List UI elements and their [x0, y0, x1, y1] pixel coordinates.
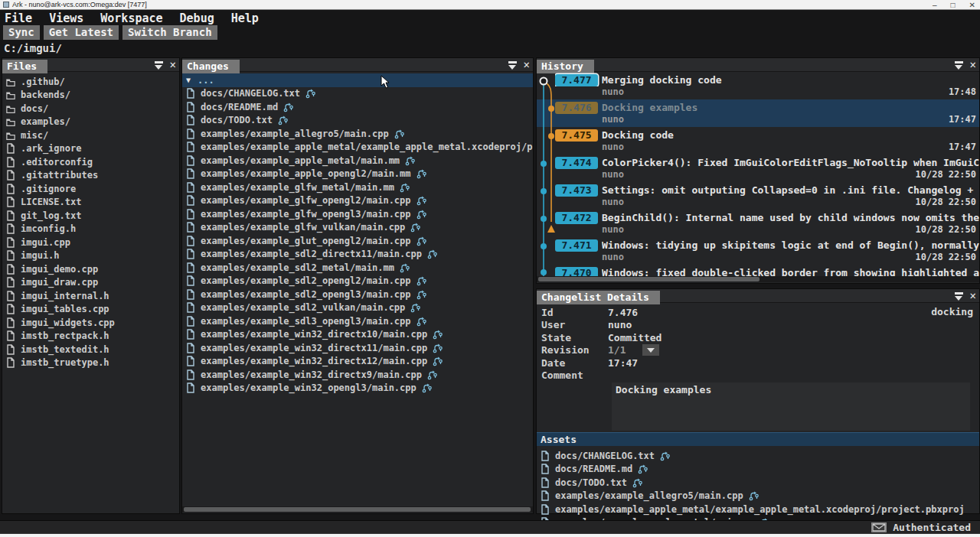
file-list-item[interactable]: imconfig.h [2, 223, 179, 236]
menu-item-help[interactable]: Help [231, 11, 259, 25]
change-list-item[interactable]: examples/example_allegro5/main.cpp [182, 127, 533, 141]
change-list-item[interactable]: examples/example_sdl2_opengl3/main.cpp [182, 288, 533, 301]
files-tab[interactable]: Files [2, 60, 47, 73]
change-list-item[interactable]: examples/example_win32_directx10/main.cp… [182, 328, 533, 342]
switch-branch-button[interactable]: Switch Branch [122, 25, 217, 40]
change-list-item[interactable]: examples/example_sdl2_directx11/main.cpp [182, 248, 533, 262]
file-name: backends/ [21, 90, 70, 100]
merge-icon [433, 329, 443, 340]
change-path: examples/example_apple_metal/example_app… [201, 142, 532, 152]
file-list-item[interactable]: backends/ [2, 89, 179, 103]
filter-icon[interactable] [154, 60, 164, 70]
close-button[interactable]: ✕ [969, 0, 975, 10]
file-list-item[interactable]: imgui_tables.cpp [2, 303, 179, 317]
merge-icon [427, 249, 437, 259]
change-path: examples/example_win32_directx12/main.cp… [201, 356, 427, 366]
file-list-item[interactable]: imgui_draw.cpp [2, 276, 179, 290]
minimize-button[interactable]: – [933, 0, 937, 10]
change-list-item[interactable]: examples/example_glfw_opengl3/main.cpp [182, 207, 533, 221]
history-row[interactable]: 7.476 Docking examples nuno 17:47 [537, 99, 979, 127]
change-path: examples/example_sdl2_opengl3/main.cpp [201, 289, 411, 300]
file-list-item[interactable]: imstb_truetype.h [2, 356, 179, 370]
file-list-item[interactable]: imgui_demo.cpp [2, 262, 179, 276]
details-field-row: Revision 1/1 [537, 344, 979, 357]
change-list-item[interactable]: examples/example_win32_directx12/main.cp… [182, 355, 533, 369]
file-list-item[interactable]: git_log.txt [2, 209, 179, 223]
close-panel-icon[interactable]: ✕ [970, 291, 976, 301]
change-list-item[interactable]: examples/example_sdl2_vulkan/main.cpp [182, 301, 533, 315]
file-list-item[interactable]: imstb_textedit.h [2, 343, 179, 356]
menu-item-file[interactable]: File [5, 11, 32, 25]
file-list-item[interactable]: imgui.h [2, 249, 179, 263]
change-path: docs/README.md [201, 102, 278, 112]
change-list-item[interactable]: examples/example_apple_metal/main.mm [182, 154, 533, 168]
history-row[interactable]: 7.473 Settings: omit outputing Collapsed… [537, 182, 979, 210]
history-row[interactable]: 7.470 Windows: fixed double-clicked bord… [537, 265, 979, 277]
expand-triangle-icon[interactable]: ▼ [186, 76, 191, 84]
change-list-item[interactable]: docs/CHANGELOG.txt [182, 87, 533, 101]
change-list-item[interactable]: examples/example_win32_opengl3/main.cpp [182, 382, 533, 395]
file-list-item[interactable]: imgui_widgets.cpp [2, 316, 179, 330]
change-list-item[interactable]: examples/example_win32_directx9/main.cpp [182, 368, 533, 382]
change-list-item[interactable]: docs/CHANGELOG.txt [537, 449, 979, 463]
change-list-item[interactable]: examples/example_apple_metal/example_app… [537, 503, 979, 516]
field-value: 17:47 [608, 357, 638, 369]
history-row[interactable]: 7.477 Merging docking code nuno 17:48 [537, 72, 979, 99]
change-list-item[interactable]: docs/README.md [182, 100, 533, 114]
history-row[interactable]: 7.471 Windows: tidying up skipitems logi… [537, 237, 979, 265]
change-list-item[interactable]: examples/example_apple_metal/example_app… [182, 141, 533, 155]
maximize-button[interactable]: □ [951, 0, 956, 10]
change-list-item[interactable]: examples/example_glfw_vulkan/main.cpp [182, 221, 533, 235]
close-panel-icon[interactable]: ✕ [170, 60, 176, 70]
file-list-item[interactable]: imgui_internal.h [2, 289, 179, 303]
changes-tab[interactable]: Changes [182, 60, 240, 73]
filter-icon[interactable] [954, 60, 964, 70]
history-row[interactable]: 7.472 BeginChild(): Internal name used b… [537, 210, 979, 237]
file-list-item[interactable]: imstb_rectpack.h [2, 330, 179, 343]
change-list-item[interactable]: examples/example_sdl3_opengl3/main.cpp [182, 314, 533, 328]
file-list-item[interactable]: .github/ [2, 75, 179, 89]
merge-icon [305, 88, 315, 99]
change-list-item[interactable]: examples/example_glfw_opengl2/main.cpp [182, 194, 533, 208]
file-list-item[interactable]: examples/ [2, 116, 179, 129]
menu-item-workspace[interactable]: Workspace [100, 11, 162, 25]
change-list-item[interactable]: examples/example_win32_directx11/main.cp… [182, 341, 533, 355]
comment-field[interactable]: Docking examples [612, 382, 970, 431]
commit-time: 17:47 [949, 142, 976, 152]
change-list-item[interactable]: docs/README.md [537, 463, 979, 477]
sync-button[interactable]: Sync [3, 25, 40, 40]
change-path: examples/example_apple_metal/example_app… [555, 504, 965, 515]
change-list-item[interactable]: docs/TODO.txt [537, 476, 979, 490]
file-list-item[interactable]: LICENSE.txt [2, 196, 179, 210]
file-list-item[interactable]: docs/ [2, 102, 179, 116]
menu-item-debug[interactable]: Debug [180, 11, 214, 25]
menu-item-views[interactable]: Views [49, 11, 83, 25]
file-list-item[interactable]: .ark_ignore [2, 142, 179, 156]
close-panel-icon[interactable]: ✕ [970, 60, 976, 70]
file-list-item[interactable]: misc/ [2, 129, 179, 142]
filter-icon[interactable] [954, 291, 964, 301]
file-name: examples/ [21, 116, 70, 127]
change-list-item[interactable]: examples/example_sdl2_metal/main.mm [182, 261, 533, 275]
file-name: .github/ [21, 76, 65, 87]
file-name: imstb_textedit.h [21, 344, 109, 355]
change-list-item[interactable]: examples/example_allegro5/main.cpp [537, 490, 979, 503]
changes-hscrollbar[interactable] [182, 506, 533, 513]
change-list-item[interactable]: examples/example_glfw_metal/main.mm [182, 181, 533, 194]
file-list-item[interactable]: imgui.cpp [2, 236, 179, 249]
change-list-item[interactable]: docs/TODO.txt [182, 114, 533, 128]
history-row[interactable]: 7.474 ColorPicker4(): Fixed ImGuiColorEd… [537, 155, 979, 182]
change-list-item[interactable]: examples/example_sdl2_opengl2/main.cpp [182, 275, 533, 288]
close-panel-icon[interactable]: ✕ [524, 60, 530, 70]
change-list-item[interactable]: examples/example_apple_opengl2/main.mm [182, 168, 533, 181]
get-latest-button[interactable]: Get Latest [44, 25, 119, 40]
history-hscrollbar[interactable] [537, 276, 979, 282]
change-list-item[interactable]: examples/example_glut_opengl2/main.cpp [182, 234, 533, 248]
file-list-item[interactable]: .editorconfig [2, 155, 179, 169]
file-list-item[interactable]: .gitignore [2, 182, 179, 196]
revision-dropdown[interactable] [642, 344, 659, 356]
changes-root-row[interactable]: ▼ ... [182, 73, 533, 87]
file-list-item[interactable]: .gitattributes [2, 169, 179, 183]
filter-icon[interactable] [508, 60, 518, 70]
history-row[interactable]: 7.475 Docking code nuno 17:47 [537, 127, 979, 155]
